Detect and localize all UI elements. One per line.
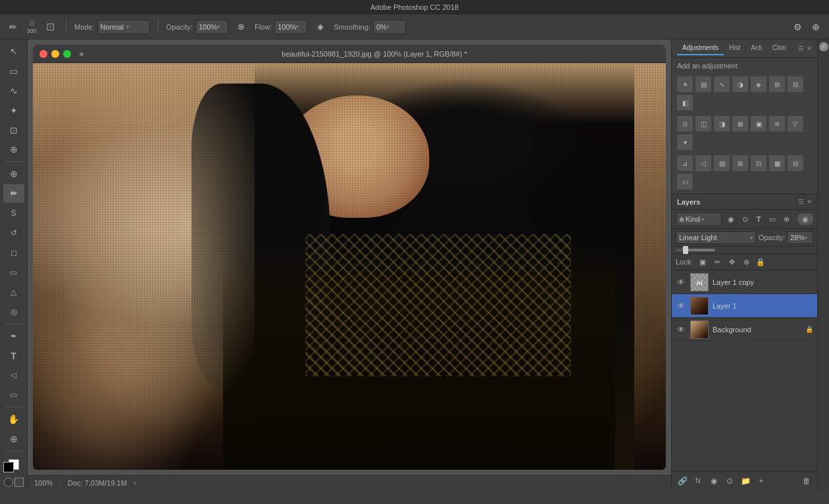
settings-icon[interactable]: ⚙ xyxy=(790,19,805,35)
adj-icon-10[interactable]: ◁ xyxy=(695,155,711,171)
flow-value[interactable]: 100% ▾ xyxy=(274,20,307,34)
invert-icon[interactable]: ⊠ xyxy=(732,116,748,132)
brush-icon[interactable]: ✏ xyxy=(5,19,21,35)
tab-actions[interactable]: Acti xyxy=(745,41,767,55)
fx-icon[interactable]: fx xyxy=(691,474,705,488)
adj-icon-11[interactable]: ▤ xyxy=(714,155,730,171)
filter-shape-icon[interactable]: ▭ xyxy=(766,213,778,225)
mode-dropdown[interactable]: Normal ▾ xyxy=(97,20,150,34)
eraser-tool[interactable]: ◻ xyxy=(3,243,24,262)
adj-icon-12[interactable]: ⊞ xyxy=(732,155,748,171)
bw-icon[interactable]: ◧ xyxy=(677,95,693,111)
airbrush-icon[interactable]: ⊗ xyxy=(234,19,249,35)
layers-close-icon[interactable]: ✕ xyxy=(807,198,812,205)
panel-menu-icon[interactable]: ☰ xyxy=(798,45,804,52)
kind-dropdown[interactable]: ⊕ Kind ▾ xyxy=(676,213,722,226)
properties-icon[interactable]: P xyxy=(819,42,828,51)
maximize-button[interactable] xyxy=(63,50,71,58)
lock-all-icon[interactable]: 🔒 xyxy=(755,256,766,268)
history-brush-tool[interactable]: ↺ xyxy=(3,224,24,242)
link-layers-icon[interactable]: 🔗 xyxy=(676,474,689,488)
toggle-icon[interactable]: ⊡ xyxy=(42,19,58,35)
opacity-slider-thumb[interactable] xyxy=(683,246,688,254)
vibrance-icon[interactable]: ◈ xyxy=(751,76,766,92)
layer-item[interactable]: 👁 Layer 1 xyxy=(672,294,817,318)
layer-item[interactable]: 👁 Ai Layer 1 copy xyxy=(672,270,817,294)
adj-icon-15[interactable]: ⊟ xyxy=(788,155,803,171)
filter-smart-icon[interactable]: ⊕ xyxy=(780,213,792,225)
marquee-tool[interactable]: ▭ xyxy=(3,62,24,80)
move-tool[interactable]: ↖ xyxy=(3,42,24,61)
new-layer-icon[interactable]: + xyxy=(755,474,768,488)
crop-tool[interactable]: ⊡ xyxy=(3,121,24,139)
quick-select-tool[interactable]: ✦ xyxy=(3,101,24,120)
posterize-icon[interactable]: ▣ xyxy=(751,116,766,132)
healing-tool[interactable]: ⊕ xyxy=(3,164,24,183)
symmetry-icon[interactable]: ⊕ xyxy=(808,19,824,35)
minimize-button[interactable] xyxy=(51,50,59,58)
panel-close-icon[interactable]: ✕ xyxy=(807,45,812,52)
lock-pixels-icon[interactable]: ✏ xyxy=(711,256,723,268)
lock-transparent-icon[interactable]: ▣ xyxy=(697,256,709,268)
lock-position-icon[interactable]: ✥ xyxy=(726,256,738,268)
color-balance-icon[interactable]: ⊟ xyxy=(788,76,803,92)
canvas-content[interactable] xyxy=(33,63,666,470)
opacity-value[interactable]: 100% ▾ xyxy=(195,20,228,34)
delete-layer-icon[interactable]: 🗑 xyxy=(800,474,813,488)
mode-icons[interactable] xyxy=(4,478,24,487)
threshold-icon[interactable]: ≋ xyxy=(769,116,785,132)
new-group-icon[interactable]: 📁 xyxy=(739,474,752,488)
filter-toggle[interactable]: ◉ xyxy=(797,213,813,225)
close-button[interactable] xyxy=(39,50,47,58)
lasso-tool[interactable]: ∿ xyxy=(3,82,24,100)
layer-item[interactable]: 👁 Background 🔒 xyxy=(672,318,817,341)
lock-artboard-icon[interactable]: ⊕ xyxy=(740,256,752,268)
channel-mix-icon[interactable]: ◫ xyxy=(695,116,711,132)
tab-history[interactable]: Hist xyxy=(724,41,745,55)
color-swatches[interactable] xyxy=(3,457,24,475)
zoom-tool[interactable]: ⊕ xyxy=(3,430,24,448)
filter-pixel-icon[interactable]: ◉ xyxy=(725,213,737,225)
adj-icon-13[interactable]: ⊡ xyxy=(751,155,766,171)
hsl-icon[interactable]: ⊞ xyxy=(769,76,785,92)
opacity-slider[interactable] xyxy=(676,249,715,251)
status-arrow[interactable]: › xyxy=(134,479,136,487)
adj-icon-14[interactable]: ▦ xyxy=(769,155,785,171)
path-select-tool[interactable]: ◁ xyxy=(3,366,24,385)
selective-color-icon[interactable]: ▾ xyxy=(677,134,693,150)
filter-adjust-icon[interactable]: ⊙ xyxy=(739,213,751,225)
blur-tool[interactable]: △ xyxy=(3,283,24,301)
brush-tool[interactable]: ✏ xyxy=(3,184,24,203)
shape-tool[interactable]: ▭ xyxy=(3,386,24,404)
opacity-slider-track[interactable] xyxy=(676,249,813,251)
smoothing-value[interactable]: 0% ▾ xyxy=(373,20,406,34)
flow-icon[interactable]: ◈ xyxy=(313,19,328,35)
tab-clone[interactable]: Clon xyxy=(767,41,791,55)
levels-icon[interactable]: ▤ xyxy=(695,76,711,92)
layers-list[interactable]: 👁 Ai Layer 1 copy 👁 Layer 1 xyxy=(672,270,817,471)
curves-icon[interactable]: ∿ xyxy=(714,76,730,92)
layer-visibility-icon[interactable]: 👁 xyxy=(676,277,686,288)
add-mask-icon[interactable]: ◉ xyxy=(707,474,720,488)
adj-icon-9[interactable]: ⊿ xyxy=(677,155,693,171)
quick-mask-icon[interactable] xyxy=(4,478,13,487)
type-tool[interactable]: T xyxy=(3,347,24,365)
new-fill-icon[interactable]: ⊙ xyxy=(723,474,736,488)
layer-visibility-icon[interactable]: 👁 xyxy=(676,324,686,335)
filter-type-icon[interactable]: T xyxy=(753,213,765,225)
blend-mode-dropdown[interactable]: Linear Light ▾ xyxy=(676,231,756,244)
screen-mode-icon[interactable] xyxy=(14,478,24,487)
layers-menu-icon[interactable]: ☰ xyxy=(798,198,804,205)
hand-tool[interactable]: ✋ xyxy=(3,410,24,428)
opacity-value[interactable]: 28% ▾ xyxy=(787,231,813,244)
adj-icon-16[interactable]: ▭ xyxy=(677,174,693,189)
color-lookup-icon[interactable]: ◨ xyxy=(714,116,730,132)
dodge-tool[interactable]: ◎ xyxy=(3,303,24,321)
gradient-map-icon[interactable]: ▽ xyxy=(788,116,803,132)
eyedropper-tool[interactable]: ⊕ xyxy=(3,141,24,159)
pen-tool[interactable]: ✒ xyxy=(3,327,24,345)
gradient-tool[interactable]: ▭ xyxy=(3,263,24,282)
exposure-icon[interactable]: ◑ xyxy=(732,76,748,92)
layer-visibility-icon[interactable]: 👁 xyxy=(676,301,686,311)
photo-filter-icon[interactable]: ⊙ xyxy=(677,116,693,132)
